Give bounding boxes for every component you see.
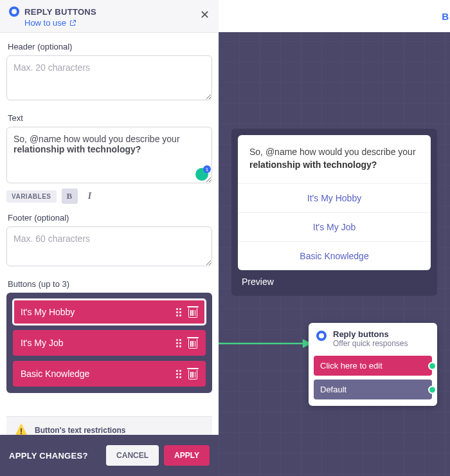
italic-button[interactable]: I <box>83 188 97 204</box>
button-row-2[interactable]: Basic Knowledge <box>13 361 206 387</box>
buttons-field-label: Buttons (up to 3) <box>8 279 212 289</box>
reply-buttons-icon <box>9 6 19 17</box>
howto-label: How to use <box>24 18 66 28</box>
text-field-label: Text <box>8 113 212 123</box>
apply-question: APPLY CHANGES? <box>9 451 106 461</box>
button-row-label: It's My Job <box>21 338 176 348</box>
footer-field-label: Footer (optional) <box>8 213 212 223</box>
panel-body: Header (optional) Text So, @name how wou… <box>0 33 219 435</box>
panel-title: REPLY BUTTONS <box>24 7 96 17</box>
node-default-pill[interactable]: Default <box>314 380 432 399</box>
howto-link[interactable]: How to use <box>24 18 76 28</box>
drag-handle-icon[interactable] <box>176 339 181 347</box>
header-field-label: Header (optional) <box>8 42 212 51</box>
variables-button[interactable]: VARIABLES <box>6 190 57 203</box>
node-subtitle: Offer quick responses <box>333 339 408 348</box>
reply-buttons-node[interactable]: Reply buttons Offer quick responses Clic… <box>309 323 437 406</box>
grammarly-icon[interactable] <box>195 168 208 181</box>
output-port[interactable] <box>428 385 437 394</box>
drag-handle-icon[interactable] <box>176 370 181 378</box>
text-toolbar: VARIABLES B I <box>6 188 212 204</box>
cancel-button[interactable]: CANCEL <box>106 445 159 466</box>
text-bold: relationship with technology? <box>14 144 141 154</box>
warning-text: Button's text restrictions <box>35 426 126 435</box>
apply-button[interactable]: APPLY <box>164 445 210 466</box>
node-body: Click here to edit Default <box>309 353 437 406</box>
node-edit-label: Click here to edit <box>320 361 382 371</box>
apply-bar: APPLY CHANGES? CANCEL APPLY <box>0 435 219 476</box>
output-port[interactable] <box>428 362 437 370</box>
warning-row[interactable]: ! Button's text restrictions <box>6 416 212 435</box>
node-default-label: Default <box>320 385 346 394</box>
delete-icon[interactable] <box>188 368 198 380</box>
editor-panel: REPLY BUTTONS How to use ✕ Header (optio… <box>0 0 219 476</box>
external-link-icon <box>69 19 76 27</box>
delete-icon[interactable] <box>188 337 198 349</box>
text-input-wrap: So, @name how would you describe your re… <box>6 127 212 183</box>
bold-button[interactable]: B <box>62 188 78 204</box>
node-header: Reply buttons Offer quick responses <box>309 323 437 353</box>
button-row-label: It's My Hobby <box>21 307 176 317</box>
panel-header: REPLY BUTTONS How to use ✕ <box>0 0 219 33</box>
buttons-list: It's My Hobby It's My Job Basic Knowledg… <box>6 293 212 393</box>
drag-handle-icon[interactable] <box>176 308 181 316</box>
button-row-0[interactable]: It's My Hobby <box>13 299 206 325</box>
button-row-1[interactable]: It's My Job <box>13 330 206 356</box>
text-prefix: So, @name how would you describe your <box>14 134 180 144</box>
node-title: Reply buttons <box>333 329 408 339</box>
footer-input[interactable] <box>6 226 212 266</box>
warning-icon: ! <box>14 423 28 435</box>
reply-buttons-icon <box>316 331 327 341</box>
node-edit-pill[interactable]: Click here to edit <box>314 356 432 376</box>
text-input[interactable]: So, @name how would you describe your re… <box>6 127 212 183</box>
delete-icon[interactable] <box>188 306 198 318</box>
button-row-label: Basic Knowledge <box>21 369 176 379</box>
flow-canvas[interactable]: B So, @name how would you describe your … <box>219 0 450 476</box>
close-icon[interactable]: ✕ <box>200 9 210 21</box>
header-input[interactable] <box>6 55 212 100</box>
